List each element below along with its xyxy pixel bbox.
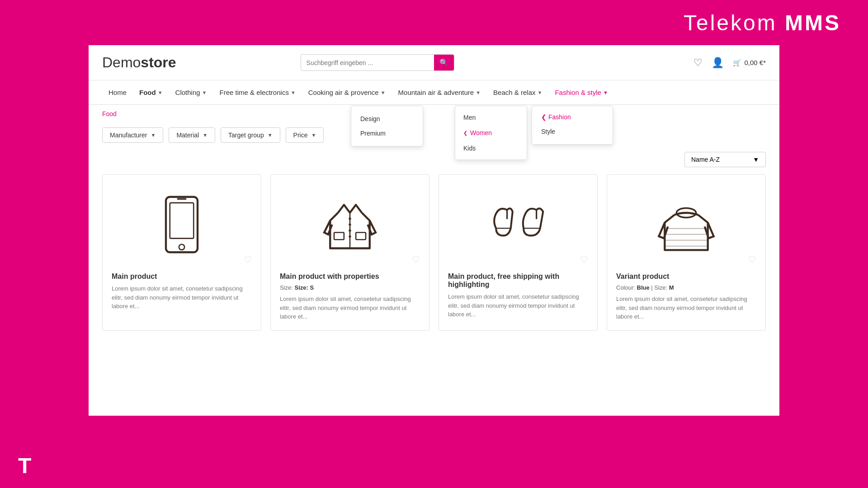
filter-manufacturer[interactable]: Manufacturer ▼ bbox=[102, 127, 163, 143]
store-logo: Demostore bbox=[102, 54, 176, 71]
product-desc-3: Lorem ipsum dolor sit amet, consetetur s… bbox=[448, 292, 588, 319]
svg-point-3 bbox=[179, 244, 184, 250]
price-chevron-icon: ▼ bbox=[311, 132, 316, 138]
dropdown-item-style[interactable]: Style bbox=[541, 124, 604, 139]
price-label: Price bbox=[293, 131, 308, 139]
manufacturer-label: Manufacturer bbox=[110, 131, 147, 139]
top-bar: Telekom MMS bbox=[0, 0, 868, 45]
product-desc-2: Lorem ipsum dolor sit amet, consetetur s… bbox=[280, 295, 420, 321]
jacket-product-image bbox=[321, 193, 379, 256]
svg-rect-1 bbox=[170, 203, 194, 239]
main-container: Demostore 🔍 ♡ 👤 🛒 0,00 €* Home Food ▼ Cl… bbox=[89, 45, 779, 416]
product-grid: ♡ Main product Lorem ipsum dolor sit ame… bbox=[89, 174, 779, 344]
account-icon[interactable]: 👤 bbox=[712, 57, 724, 69]
phone-product-image bbox=[152, 193, 211, 256]
fashion-title-label: Fashion bbox=[548, 113, 571, 121]
product-title-2: Main product with properties bbox=[280, 272, 420, 281]
material-chevron-icon: ▼ bbox=[203, 132, 208, 138]
wishlist-icon-4[interactable]: ♡ bbox=[748, 254, 756, 265]
dropdown-item-women[interactable]: ❮ Women bbox=[455, 125, 527, 141]
cooking-chevron-icon: ▼ bbox=[381, 90, 386, 95]
dropdown-item-premium[interactable]: Premium bbox=[360, 126, 414, 141]
dropdown-item-men[interactable]: Men bbox=[455, 110, 527, 125]
wishlist-icon-3[interactable]: ♡ bbox=[580, 254, 588, 265]
nav-item-fashion[interactable]: Fashion & style ▼ bbox=[548, 80, 614, 104]
dropdown-fashion-sub: ❮ Fashion Style bbox=[532, 106, 613, 145]
filter-target-group[interactable]: Target group ▼ bbox=[221, 127, 280, 143]
nav-bar: Home Food ▼ Clothing ▼ Free time & elect… bbox=[89, 80, 779, 105]
dropdown-item-kids[interactable]: Kids bbox=[455, 141, 527, 156]
sort-label: Name A-Z bbox=[691, 156, 720, 163]
product-desc-1: Lorem ipsum dolor sit amet, consetetur s… bbox=[112, 284, 252, 311]
svg-rect-9 bbox=[334, 233, 344, 240]
nav-label-fashion: Fashion & style bbox=[555, 89, 601, 96]
product-image-2: ♡ bbox=[280, 184, 420, 265]
filter-price[interactable]: Price ▼ bbox=[286, 127, 324, 143]
product-image-4: ♡ bbox=[616, 184, 756, 265]
target-group-label: Target group bbox=[228, 131, 264, 139]
wishlist-icon[interactable]: ♡ bbox=[693, 57, 703, 69]
product-meta-2: Size: Size: S bbox=[280, 284, 420, 291]
search-input[interactable] bbox=[301, 56, 434, 70]
telekom-light-text: Telekom bbox=[684, 11, 785, 35]
product-card-3: ♡ Main product, free shipping with highl… bbox=[439, 174, 598, 331]
product-title-1: Main product bbox=[112, 272, 252, 281]
nav-item-clothing[interactable]: Clothing ▼ bbox=[169, 80, 213, 104]
store-header: Demostore 🔍 ♡ 👤 🛒 0,00 €* bbox=[89, 45, 779, 80]
svg-rect-10 bbox=[356, 233, 366, 240]
nav-item-food[interactable]: Food ▼ bbox=[133, 80, 169, 104]
product-card-1: ♡ Main product Lorem ipsum dolor sit ame… bbox=[102, 174, 261, 331]
nav-item-cooking[interactable]: Cooking air & provence ▼ bbox=[302, 80, 392, 104]
product-size-2: Size: S bbox=[295, 284, 314, 291]
free-time-chevron-icon: ▼ bbox=[291, 90, 296, 95]
nav-item-beach[interactable]: Beach & relax ▼ bbox=[487, 80, 548, 104]
telekom-logo: Telekom MMS bbox=[684, 10, 841, 35]
logo-light: Demo bbox=[102, 54, 141, 70]
product-card-2: ♡ Main product with properties Size: Siz… bbox=[270, 174, 429, 331]
search-bar: 🔍 bbox=[301, 54, 454, 71]
nav-label-mountain: Mountain air & adventure bbox=[398, 89, 474, 96]
product-size-4: M bbox=[669, 284, 674, 291]
svg-point-6 bbox=[349, 223, 351, 225]
svg-point-7 bbox=[349, 230, 351, 232]
nav-item-home[interactable]: Home bbox=[102, 80, 133, 104]
cart-button[interactable]: 🛒 0,00 €* bbox=[733, 59, 766, 67]
dropdown-item-design[interactable]: Design bbox=[360, 112, 414, 126]
svg-point-8 bbox=[349, 235, 351, 238]
nav-label-beach: Beach & relax bbox=[493, 89, 535, 96]
nav-label-home: Home bbox=[108, 89, 127, 96]
product-card-4: ♡ Variant product Colour: Blue | Size: M… bbox=[607, 174, 766, 331]
nav-label-clothing: Clothing bbox=[175, 89, 200, 96]
search-button[interactable]: 🔍 bbox=[434, 55, 454, 70]
men-label: Men bbox=[463, 114, 476, 121]
sweater-product-image bbox=[657, 193, 716, 256]
fashion-sub-chevron-icon: ❮ bbox=[541, 113, 547, 121]
dropdown-fashion-women: Men ❮ Women Kids bbox=[455, 106, 527, 160]
filter-material[interactable]: Material ▼ bbox=[169, 127, 215, 143]
nav-item-mountain[interactable]: Mountain air & adventure ▼ bbox=[392, 80, 487, 104]
header-icons: ♡ 👤 🛒 0,00 €* bbox=[693, 57, 766, 69]
women-chevron-icon: ❮ bbox=[463, 130, 467, 136]
product-title-4: Variant product bbox=[616, 272, 756, 281]
cart-icon: 🛒 bbox=[733, 59, 741, 67]
bottom-bar: T bbox=[0, 443, 868, 488]
nav-label-food: Food bbox=[139, 89, 156, 96]
logo-bold: store bbox=[141, 54, 176, 70]
nav-label-free-time: Free time & electronics bbox=[220, 89, 289, 96]
material-label: Material bbox=[176, 131, 199, 139]
product-image-1: ♡ bbox=[112, 184, 252, 265]
cart-price: 0,00 €* bbox=[744, 59, 766, 66]
wishlist-icon-2[interactable]: ♡ bbox=[412, 254, 420, 265]
wishlist-icon-1[interactable]: ♡ bbox=[244, 254, 252, 265]
sort-select[interactable]: Name A-Z ▼ bbox=[684, 152, 766, 167]
breadcrumb-text: Food bbox=[102, 110, 117, 117]
fashion-chevron-icon: ▼ bbox=[603, 90, 608, 95]
product-desc-4: Lorem ipsum dolor sit amet, consetetur s… bbox=[616, 295, 756, 321]
clothing-chevron-icon: ▼ bbox=[202, 90, 207, 95]
kids-label: Kids bbox=[463, 145, 476, 152]
nav-label-cooking: Cooking air & provence bbox=[308, 89, 379, 96]
sort-row: Name A-Z ▼ bbox=[89, 147, 779, 174]
food-chevron-icon: ▼ bbox=[158, 90, 163, 95]
nav-item-free-time[interactable]: Free time & electronics ▼ bbox=[213, 80, 302, 104]
mountain-chevron-icon: ▼ bbox=[476, 90, 481, 95]
